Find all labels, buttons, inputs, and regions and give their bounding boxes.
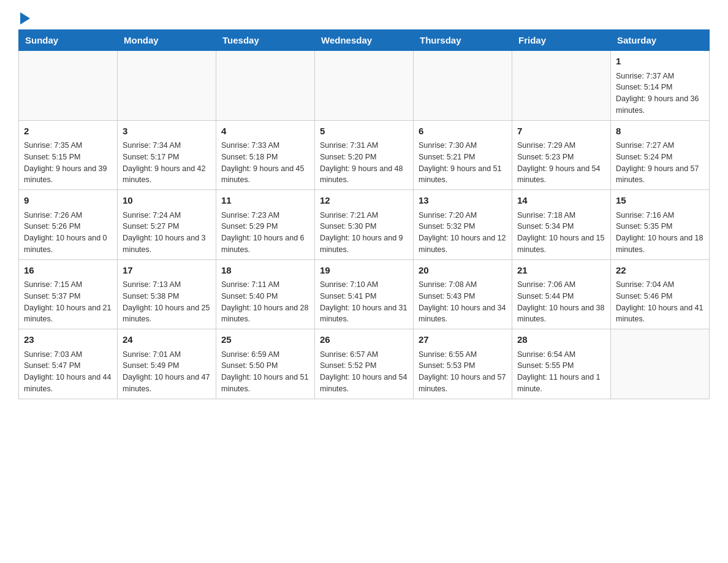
day-number: 27 — [419, 333, 507, 347]
calendar-week-row: 23Sunrise: 7:03 AMSunset: 5:47 PMDayligh… — [19, 329, 710, 399]
day-number: 26 — [320, 333, 408, 347]
calendar-day-cell: 23Sunrise: 7:03 AMSunset: 5:47 PMDayligh… — [19, 329, 118, 399]
calendar-day-cell: 17Sunrise: 7:13 AMSunset: 5:38 PMDayligh… — [118, 259, 216, 329]
day-number: 9 — [24, 194, 112, 208]
day-of-week-header: Tuesday — [216, 30, 315, 51]
day-of-week-header: Friday — [512, 30, 611, 51]
day-of-week-header: Thursday — [414, 30, 512, 51]
day-number: 11 — [221, 194, 309, 208]
calendar-day-cell: 26Sunrise: 6:57 AMSunset: 5:52 PMDayligh… — [315, 329, 414, 399]
day-info: Sunrise: 7:18 AMSunset: 5:34 PMDaylight:… — [517, 210, 605, 256]
day-number: 3 — [123, 124, 211, 139]
calendar-day-cell: 7Sunrise: 7:29 AMSunset: 5:23 PMDaylight… — [512, 120, 611, 190]
day-info: Sunrise: 7:37 AMSunset: 5:14 PMDaylight:… — [616, 71, 704, 117]
calendar-day-cell — [19, 51, 118, 121]
day-number: 8 — [616, 124, 704, 139]
calendar-day-cell: 14Sunrise: 7:18 AMSunset: 5:34 PMDayligh… — [512, 190, 611, 260]
day-number: 14 — [517, 194, 605, 208]
day-number: 22 — [616, 264, 704, 278]
day-info: Sunrise: 6:59 AMSunset: 5:50 PMDaylight:… — [221, 349, 309, 395]
calendar-day-cell — [315, 51, 414, 121]
day-number: 19 — [320, 264, 408, 278]
day-of-week-header: Wednesday — [315, 30, 414, 51]
calendar-table: SundayMondayTuesdayWednesdayThursdayFrid… — [18, 29, 710, 399]
calendar-day-cell: 20Sunrise: 7:08 AMSunset: 5:43 PMDayligh… — [414, 259, 512, 329]
day-info: Sunrise: 7:23 AMSunset: 5:29 PMDaylight:… — [221, 210, 309, 256]
day-info: Sunrise: 7:26 AMSunset: 5:26 PMDaylight:… — [24, 210, 112, 256]
day-info: Sunrise: 7:21 AMSunset: 5:30 PMDaylight:… — [320, 210, 408, 256]
calendar-day-cell: 18Sunrise: 7:11 AMSunset: 5:40 PMDayligh… — [216, 259, 315, 329]
calendar-day-cell: 24Sunrise: 7:01 AMSunset: 5:49 PMDayligh… — [118, 329, 216, 399]
day-info: Sunrise: 7:08 AMSunset: 5:43 PMDaylight:… — [419, 279, 507, 325]
calendar-day-cell: 12Sunrise: 7:21 AMSunset: 5:30 PMDayligh… — [315, 190, 414, 260]
calendar-day-cell: 22Sunrise: 7:04 AMSunset: 5:46 PMDayligh… — [611, 259, 710, 329]
day-info: Sunrise: 7:34 AMSunset: 5:17 PMDaylight:… — [123, 140, 211, 186]
calendar-week-row: 1Sunrise: 7:37 AMSunset: 5:14 PMDaylight… — [19, 51, 710, 121]
calendar-day-cell: 21Sunrise: 7:06 AMSunset: 5:44 PMDayligh… — [512, 259, 611, 329]
day-number: 10 — [123, 194, 211, 208]
day-number: 28 — [517, 333, 605, 347]
calendar-day-cell: 16Sunrise: 7:15 AMSunset: 5:37 PMDayligh… — [19, 259, 118, 329]
calendar-day-cell: 8Sunrise: 7:27 AMSunset: 5:24 PMDaylight… — [611, 120, 710, 190]
day-info: Sunrise: 7:06 AMSunset: 5:44 PMDaylight:… — [517, 279, 605, 325]
day-info: Sunrise: 7:13 AMSunset: 5:38 PMDaylight:… — [123, 279, 211, 325]
day-number: 24 — [123, 333, 211, 347]
day-info: Sunrise: 7:33 AMSunset: 5:18 PMDaylight:… — [221, 140, 309, 186]
day-number: 2 — [24, 124, 112, 139]
calendar-day-cell: 19Sunrise: 7:10 AMSunset: 5:41 PMDayligh… — [315, 259, 414, 329]
page-header — [18, 12, 710, 23]
calendar-day-cell — [414, 51, 512, 121]
calendar-week-row: 2Sunrise: 7:35 AMSunset: 5:15 PMDaylight… — [19, 120, 710, 190]
calendar-day-cell: 11Sunrise: 7:23 AMSunset: 5:29 PMDayligh… — [216, 190, 315, 260]
day-number: 20 — [419, 264, 507, 278]
day-number: 12 — [320, 194, 408, 208]
calendar-day-cell: 3Sunrise: 7:34 AMSunset: 5:17 PMDaylight… — [118, 120, 216, 190]
calendar-day-cell: 15Sunrise: 7:16 AMSunset: 5:35 PMDayligh… — [611, 190, 710, 260]
calendar-day-cell: 2Sunrise: 7:35 AMSunset: 5:15 PMDaylight… — [19, 120, 118, 190]
calendar-day-cell: 5Sunrise: 7:31 AMSunset: 5:20 PMDaylight… — [315, 120, 414, 190]
day-number: 6 — [419, 124, 507, 139]
day-number: 21 — [517, 264, 605, 278]
calendar-day-cell: 27Sunrise: 6:55 AMSunset: 5:53 PMDayligh… — [414, 329, 512, 399]
day-of-week-header: Monday — [118, 30, 216, 51]
calendar-day-cell: 10Sunrise: 7:24 AMSunset: 5:27 PMDayligh… — [118, 190, 216, 260]
day-info: Sunrise: 6:54 AMSunset: 5:55 PMDaylight:… — [517, 349, 605, 395]
day-info: Sunrise: 7:03 AMSunset: 5:47 PMDaylight:… — [24, 349, 112, 395]
day-number: 18 — [221, 264, 309, 278]
day-info: Sunrise: 7:01 AMSunset: 5:49 PMDaylight:… — [123, 349, 211, 395]
day-info: Sunrise: 7:11 AMSunset: 5:40 PMDaylight:… — [221, 279, 309, 325]
logo-arrow-icon — [20, 12, 30, 25]
day-info: Sunrise: 7:15 AMSunset: 5:37 PMDaylight:… — [24, 279, 112, 325]
day-number: 4 — [221, 124, 309, 139]
calendar-header-row: SundayMondayTuesdayWednesdayThursdayFrid… — [19, 30, 710, 51]
day-info: Sunrise: 7:35 AMSunset: 5:15 PMDaylight:… — [24, 140, 112, 186]
logo — [18, 12, 30, 23]
day-number: 25 — [221, 333, 309, 347]
day-info: Sunrise: 6:55 AMSunset: 5:53 PMDaylight:… — [419, 349, 507, 395]
calendar-day-cell: 25Sunrise: 6:59 AMSunset: 5:50 PMDayligh… — [216, 329, 315, 399]
day-number: 7 — [517, 124, 605, 139]
day-number: 15 — [616, 194, 704, 208]
calendar-day-cell — [118, 51, 216, 121]
calendar-week-row: 9Sunrise: 7:26 AMSunset: 5:26 PMDaylight… — [19, 190, 710, 260]
day-number: 23 — [24, 333, 112, 347]
calendar-day-cell — [611, 329, 710, 399]
day-number: 1 — [616, 55, 704, 69]
day-info: Sunrise: 7:10 AMSunset: 5:41 PMDaylight:… — [320, 279, 408, 325]
day-info: Sunrise: 7:24 AMSunset: 5:27 PMDaylight:… — [123, 210, 211, 256]
calendar-day-cell: 1Sunrise: 7:37 AMSunset: 5:14 PMDaylight… — [611, 51, 710, 121]
day-number: 5 — [320, 124, 408, 139]
day-info: Sunrise: 7:29 AMSunset: 5:23 PMDaylight:… — [517, 140, 605, 186]
day-number: 17 — [123, 264, 211, 278]
calendar-day-cell: 9Sunrise: 7:26 AMSunset: 5:26 PMDaylight… — [19, 190, 118, 260]
day-info: Sunrise: 7:04 AMSunset: 5:46 PMDaylight:… — [616, 279, 704, 325]
day-of-week-header: Sunday — [19, 30, 118, 51]
calendar-day-cell: 28Sunrise: 6:54 AMSunset: 5:55 PMDayligh… — [512, 329, 611, 399]
calendar-day-cell: 4Sunrise: 7:33 AMSunset: 5:18 PMDaylight… — [216, 120, 315, 190]
day-number: 13 — [419, 194, 507, 208]
calendar-day-cell — [512, 51, 611, 121]
calendar-week-row: 16Sunrise: 7:15 AMSunset: 5:37 PMDayligh… — [19, 259, 710, 329]
day-info: Sunrise: 7:30 AMSunset: 5:21 PMDaylight:… — [419, 140, 507, 186]
day-info: Sunrise: 7:20 AMSunset: 5:32 PMDaylight:… — [419, 210, 507, 256]
day-info: Sunrise: 7:31 AMSunset: 5:20 PMDaylight:… — [320, 140, 408, 186]
